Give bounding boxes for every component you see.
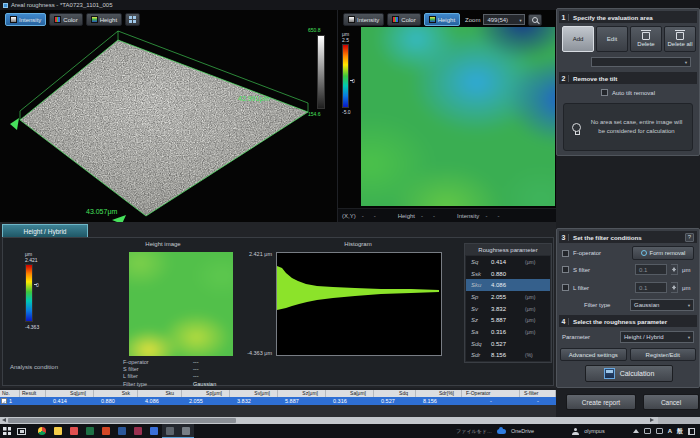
zoom-select[interactable]: 499(54) — [483, 14, 525, 25]
scroll-left-arrow[interactable] — [2, 418, 6, 422]
ime-language-indicator[interactable]: A — [668, 428, 672, 434]
roughness-parameter-row[interactable]: Sku4.086 — [466, 279, 550, 291]
l-filter-spinner[interactable] — [671, 282, 678, 293]
parameter-buttons: Advanced settings Register/Edit — [560, 348, 696, 361]
form-removal-button[interactable]: Form removal — [632, 246, 694, 260]
horizontal-scrollbar[interactable] — [0, 417, 700, 424]
color-button-2d[interactable]: Color — [387, 13, 420, 26]
s-filter-spinner[interactable] — [671, 264, 678, 275]
calculation-button[interactable]: Calculation — [585, 365, 673, 382]
parameter-value: 2.055 — [491, 294, 525, 300]
f-operator-checkbox[interactable] — [562, 250, 569, 257]
results-column-header[interactable]: Sp[μm] — [182, 390, 230, 397]
display-tray-icon[interactable] — [644, 428, 651, 434]
height-map-view[interactable]: Intensity Color Height Zoom 499(54) μm 2… — [337, 10, 556, 222]
scrollbar-thumb[interactable] — [8, 418, 236, 423]
roughness-parameter-row[interactable]: Ssk0.880 — [466, 268, 550, 280]
section-4-header: 4 Select the roughness parameter — [559, 315, 697, 327]
height-image[interactable] — [129, 252, 233, 356]
create-report-button[interactable]: Create report — [566, 394, 636, 410]
s-filter-input[interactable]: 0.1 — [635, 264, 667, 275]
roughness-parameter-row[interactable]: Sv3.832(μm) — [466, 303, 550, 315]
row-result-cell — [20, 397, 46, 405]
s-filter-checkbox[interactable] — [562, 266, 569, 273]
results-column-header[interactable]: Ssk — [94, 390, 138, 397]
row-checkbox[interactable]: ✓ — [1, 398, 7, 404]
parameter-name: Sq — [471, 259, 491, 265]
results-column-header[interactable]: Sku — [138, 390, 182, 397]
onedrive-label[interactable]: OneDrive — [511, 428, 534, 434]
area-select[interactable] — [591, 57, 691, 67]
scroll-right-arrow[interactable] — [650, 418, 654, 422]
start-button[interactable] — [0, 424, 14, 438]
results-column-header[interactable]: Sdr[%] — [416, 390, 462, 397]
tab-height-hybrid[interactable]: Height / Hybrid — [2, 224, 88, 237]
chrome-taskbar-icon[interactable] — [34, 424, 50, 438]
delete-button[interactable]: Delete — [630, 26, 662, 52]
height-button-2d[interactable]: Height — [424, 13, 460, 26]
intensity-button-2d[interactable]: Intensity — [343, 13, 384, 26]
onedrive-icon[interactable] — [497, 429, 506, 434]
app-gray-2-taskbar-icon[interactable] — [178, 424, 194, 438]
roughness-parameter-row[interactable]: Sa0.316(μm) — [466, 326, 550, 338]
results-row[interactable]: ✓10.4140.8804.0862.0553.8325.8870.3160.5… — [0, 397, 556, 405]
results-column-header[interactable]: Sv[μm] — [230, 390, 278, 397]
action-center-icon[interactable] — [688, 428, 695, 435]
delete-all-button[interactable]: Delete all — [664, 26, 696, 52]
advanced-settings-button[interactable]: Advanced settings — [560, 348, 627, 361]
results-column-header[interactable]: Result — [20, 390, 46, 397]
3d-surface[interactable]: 42.991μm 43.057μm — [0, 26, 337, 222]
cancel-button[interactable]: Cancel — [643, 394, 699, 410]
results-column-header[interactable]: Sq[μm] — [46, 390, 94, 397]
results-column-header[interactable]: Sa[μm] — [326, 390, 374, 397]
roughness-parameter-row[interactable]: Sz5.887(μm) — [466, 314, 550, 326]
height-button[interactable]: Height — [86, 13, 122, 26]
roughness-parameter-row[interactable]: Sq0.414(μm) — [466, 256, 550, 268]
volume-tray-icon[interactable] — [656, 428, 663, 434]
l-filter-input[interactable]: 0.1 — [635, 282, 667, 293]
task-view-button[interactable] — [14, 424, 28, 438]
edit-button[interactable]: Edit — [596, 26, 628, 52]
tray-expand-icon[interactable] — [633, 429, 639, 433]
app-red-taskbar-icon[interactable] — [66, 424, 82, 438]
auto-tilt-checkbox[interactable] — [601, 89, 608, 96]
task-view-icon — [17, 428, 26, 435]
results-column-header[interactable]: S-filter — [520, 390, 556, 397]
height-map-gradient — [361, 27, 555, 206]
powerpoint-taskbar-icon[interactable] — [98, 424, 114, 438]
results-column-header[interactable]: Sz[μm] — [278, 390, 326, 397]
add-button[interactable]: Add — [562, 26, 594, 52]
results-column-header[interactable]: F-Operator — [462, 390, 520, 397]
roughness-parameter-row[interactable]: Sdq0.527 — [466, 338, 550, 350]
height-image-gradient — [129, 252, 233, 356]
row-select-cell[interactable]: ✓1 — [0, 397, 20, 405]
color-button[interactable]: Color — [49, 13, 82, 26]
excel-taskbar-icon[interactable] — [82, 424, 98, 438]
word-taskbar-icon[interactable] — [114, 424, 130, 438]
ime-mode-indicator[interactable]: 般 — [677, 427, 683, 436]
roughness-parameter-row[interactable]: Sdr8.156(%) — [466, 350, 550, 362]
app-crimson-taskbar-icon[interactable] — [130, 424, 146, 438]
user-icon[interactable] — [572, 428, 579, 435]
results-column-header[interactable]: Sdq — [374, 390, 416, 397]
parameter-unit: (μm) — [525, 294, 555, 300]
height-map-image[interactable] — [361, 27, 555, 206]
intensity-button[interactable]: Intensity — [5, 13, 46, 26]
app-gray-taskbar-icon[interactable] — [162, 424, 178, 438]
parameter-select[interactable]: Height / Hybrid — [620, 331, 694, 343]
filter-type-select[interactable]: Gaussian — [630, 299, 694, 311]
app-blue-taskbar-icon[interactable] — [146, 424, 162, 438]
display-options-button[interactable] — [125, 13, 140, 26]
help-button[interactable]: ? — [685, 233, 694, 242]
form-removal-icon — [641, 250, 647, 256]
height-colorbar: μm 2.5 0 -5.0 — [342, 31, 372, 115]
magnifier-button[interactable] — [528, 14, 542, 26]
condition-value: --- — [193, 373, 199, 379]
explorer-taskbar-icon[interactable] — [50, 424, 66, 438]
3d-view[interactable]: Intensity Color Height — [0, 10, 337, 222]
results-column-header[interactable]: No. — [0, 390, 20, 397]
user-label[interactable]: olympus — [584, 428, 604, 434]
roughness-parameter-row[interactable]: Sp2.055(μm) — [466, 291, 550, 303]
register-edit-button[interactable]: Register/Edit — [630, 348, 697, 361]
l-filter-checkbox[interactable] — [562, 284, 569, 291]
